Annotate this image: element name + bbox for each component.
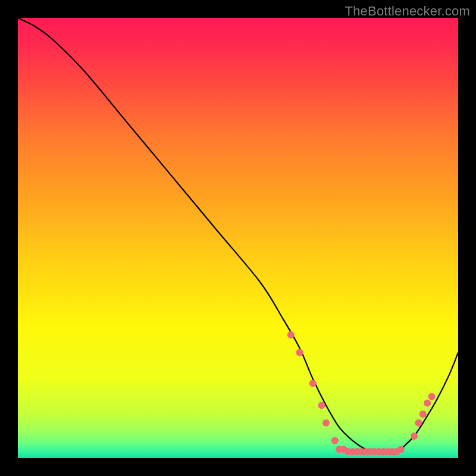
highlight-dot <box>428 393 436 400</box>
highlight-dot <box>419 411 427 418</box>
highlight-dot <box>318 402 325 409</box>
plot-area <box>18 18 458 458</box>
curve-layer <box>18 18 458 458</box>
highlight-dot <box>331 437 339 444</box>
bottleneck-curve <box>18 18 458 455</box>
highlight-dot <box>322 419 330 427</box>
watermark-text: TheBottlenecker.com <box>345 4 470 19</box>
highlight-dot <box>309 380 317 387</box>
highlight-dots <box>287 331 436 455</box>
highlight-dot <box>296 349 303 356</box>
highlight-dot <box>397 446 405 453</box>
highlight-dot <box>287 331 295 339</box>
highlight-dot <box>411 433 418 440</box>
highlight-dot <box>424 400 431 407</box>
chart-frame: TheBottlenecker.com <box>0 0 476 476</box>
highlight-dot <box>415 419 422 427</box>
